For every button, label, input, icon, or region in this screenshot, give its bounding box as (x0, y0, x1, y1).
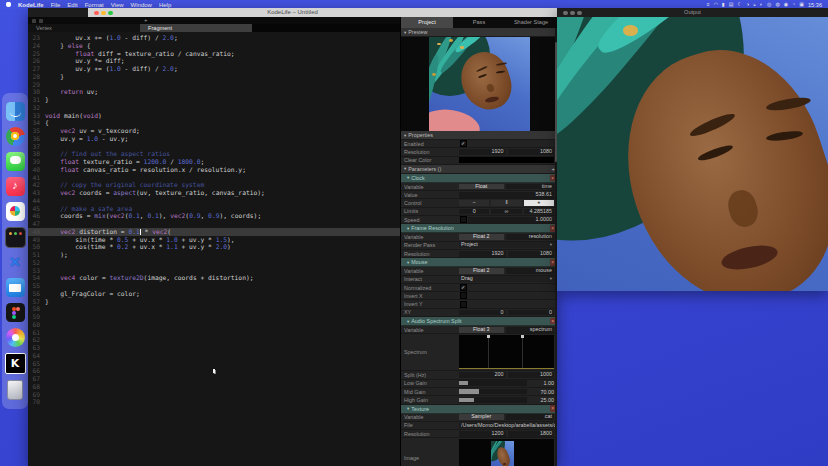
code-line-39[interactable]: 39 float texture_ratio = 1200.0 / 1800.0… (28, 158, 400, 166)
low-gain-slider[interactable] (459, 380, 527, 386)
frame-resolution-name-field[interactable]: resolution (506, 234, 555, 240)
split-1-field[interactable]: 200 (459, 372, 506, 378)
dock-chrome-icon[interactable] (6, 127, 25, 146)
code-line-49[interactable]: 49 sin(time * 0.5 + uv.x * 1.0 + uv.y * … (28, 236, 400, 244)
new-tab-button[interactable]: + (144, 17, 148, 24)
frame-resolution-type-select[interactable]: Float 2 (459, 234, 504, 240)
menu-file[interactable]: File (51, 2, 61, 8)
clock-value-field[interactable]: 538.61 (459, 192, 554, 198)
code-line-42[interactable]: 42 // copy the original coordinate syste… (28, 181, 400, 189)
window-title-bar[interactable]: KodeLife – Untitled (28, 8, 557, 17)
code-line-45[interactable]: 45 // make a safe area (28, 205, 400, 213)
code-line-47[interactable]: 47 (28, 220, 400, 228)
close-button[interactable] (94, 11, 99, 16)
zoom-button[interactable] (577, 11, 582, 16)
split-marker[interactable] (521, 335, 524, 338)
code-line-69[interactable]: 69 (28, 391, 400, 399)
clock-group-header[interactable]: ▾ Clock × (401, 174, 557, 183)
menu-clock[interactable]: 15:36 (808, 2, 822, 8)
code-line-63[interactable]: 63 (28, 344, 400, 352)
texture-type-select[interactable]: Sampler (459, 414, 504, 420)
code-line-53[interactable]: 53 (28, 267, 400, 275)
close-button[interactable] (563, 11, 568, 16)
audio-type-select[interactable]: Float 3 (459, 327, 504, 333)
invert-x-checkbox[interactable] (460, 292, 467, 299)
code-line-34[interactable]: 34{ (28, 119, 400, 127)
code-line-25[interactable]: 25 float diff = texture_ratio / canvas_r… (28, 50, 400, 58)
render-pass-select[interactable]: Project ▾ (459, 242, 554, 248)
audio-group-header[interactable]: ▾ Audio Spectrum Split × (401, 317, 557, 326)
high-gain-slider[interactable] (459, 397, 527, 403)
code-line-68[interactable]: 68 (28, 383, 400, 391)
clock-limit-max-field[interactable]: 4.285185 (524, 209, 554, 215)
tab-pass[interactable]: Pass (453, 17, 505, 28)
code-line-67[interactable]: 67 (28, 375, 400, 383)
dock-mail-icon[interactable] (6, 278, 25, 297)
clock-rewind-button[interactable]: − (459, 200, 489, 206)
invert-y-checkbox[interactable] (460, 301, 467, 308)
tab-vertex[interactable]: Vertex (28, 24, 140, 32)
clock-speed-field[interactable]: 1.0000 (468, 217, 554, 223)
audio-name-field[interactable]: spectrum (506, 327, 555, 333)
code-line-51[interactable]: 51 ); (28, 251, 400, 259)
code-line-31[interactable]: 31} (28, 96, 400, 104)
low-gain-value[interactable]: 1.00 (528, 380, 555, 386)
dock-slack-icon[interactable] (6, 202, 25, 221)
panel-toggle-icon[interactable] (32, 19, 36, 23)
clock-type-select[interactable]: Float (459, 184, 504, 190)
texture-image-cell[interactable] (459, 439, 554, 466)
mouse-x-field[interactable]: 0 (459, 310, 506, 316)
normalized-checkbox[interactable] (460, 284, 467, 291)
dock-music-icon[interactable] (6, 177, 25, 196)
high-gain-value[interactable]: 25.00 (528, 397, 555, 403)
code-line-59[interactable]: 59 (28, 313, 400, 321)
code-line-26[interactable]: 26 uv.y *= diff; (28, 57, 400, 65)
texture-name-field[interactable]: cat (506, 414, 555, 420)
layout-icon[interactable] (39, 19, 43, 23)
code-line-43[interactable]: 43 vec2 coords = aspect(uv, texture_rati… (28, 189, 400, 197)
frame-res-x-field[interactable]: 1920 (459, 251, 506, 257)
frame-resolution-group-header[interactable]: ▾ Frame Resolution × (401, 224, 557, 233)
split-marker[interactable] (487, 335, 490, 338)
spectrum-graph[interactable] (459, 335, 554, 369)
dock-finder-icon[interactable] (6, 102, 25, 121)
tab-shader-stage[interactable]: Shader Stage (505, 17, 557, 28)
code-line-50[interactable]: 50 cos(time * 0.2 + uv.x * 1.1 + uv.y * … (28, 243, 400, 251)
enabled-checkbox[interactable] (460, 140, 467, 147)
minimize-button[interactable] (101, 11, 106, 16)
dock-terminal-icon[interactable] (5, 227, 26, 248)
frame-res-y-field[interactable]: 1080 (508, 251, 555, 257)
code-line-61[interactable]: 61 (28, 329, 400, 337)
mouse-group-header[interactable]: ▾ Mouse × (401, 258, 557, 267)
clock-limit-mode-field[interactable]: ∞ (491, 209, 521, 215)
tab-project[interactable]: Project (401, 17, 453, 28)
code-line-60[interactable]: 60 (28, 321, 400, 329)
preview-section-header[interactable]: ▾ Preview (401, 28, 557, 37)
clear-color-swatch[interactable] (459, 157, 554, 163)
code-line-23[interactable]: 23 uv.x += (1.0 - diff) / 2.0; (28, 34, 400, 42)
code-line-30[interactable]: 30 return uv; (28, 88, 400, 96)
code-line-38[interactable]: 38 // find out the aspect ratios (28, 150, 400, 158)
dock-trash-icon[interactable] (7, 380, 23, 400)
texture-file-path[interactable]: /Users/Momo/Desktop/arabella/assets/cat.… (459, 423, 554, 429)
code-line-41[interactable]: 41 (28, 174, 400, 182)
code-line-32[interactable]: 32 (28, 104, 400, 112)
mouse-name-field[interactable]: mouse (506, 268, 555, 274)
code-line-35[interactable]: 35 vec2 uv = v_texcoord; (28, 127, 400, 135)
code-line-54[interactable]: 54 vec4 color = texture2D(image, coords … (28, 274, 400, 282)
tab-fragment[interactable]: Fragment (140, 24, 252, 32)
mid-gain-slider[interactable] (459, 389, 527, 395)
code-line-57[interactable]: 57} (28, 298, 400, 306)
interact-select[interactable]: Drag ▾ (459, 276, 554, 282)
mid-gain-value[interactable]: 70.00 (528, 389, 555, 395)
speed-lock-checkbox[interactable] (460, 216, 467, 223)
code-line-36[interactable]: 36 uv.y = 1.0 - uv.y; (28, 135, 400, 143)
dock-vscode-icon[interactable] (6, 253, 25, 272)
mouse-y-field[interactable]: 0 (508, 310, 555, 316)
dock-creative-icon[interactable] (6, 328, 25, 347)
texture-group-header[interactable]: ▾ Texture × (401, 405, 557, 414)
code-line-62[interactable]: 62 (28, 336, 400, 344)
code-line-52[interactable]: 52 (28, 259, 400, 267)
code-line-46[interactable]: 46 coords = mix(vec2(0.1, 0.1), vec2(0.9… (28, 212, 400, 220)
code-line-28[interactable]: 28 } (28, 73, 400, 81)
